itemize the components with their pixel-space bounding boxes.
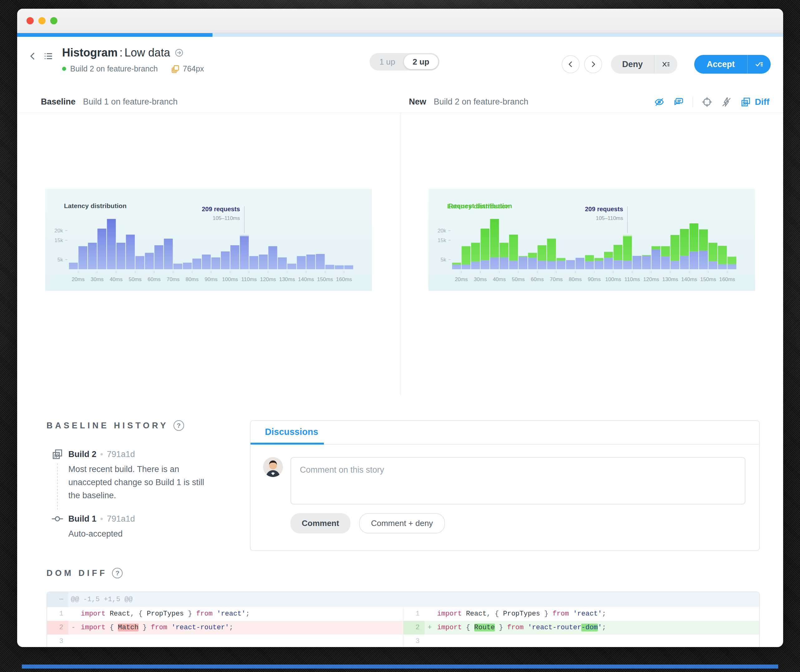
history-build-description: Most recent build. There is an unaccepte… xyxy=(68,463,218,502)
timeline-connector xyxy=(57,463,58,510)
zoom-window-button[interactable] xyxy=(50,17,58,24)
chart-svg: 20k15k5k20ms30ms40ms50ms60ms70ms80ms90ms… xyxy=(429,189,755,291)
build-meta: Build 2 on feature-branch 764px xyxy=(62,64,204,73)
component-name: Histogram xyxy=(62,46,118,59)
next-snapshot-button[interactable] xyxy=(584,55,602,73)
accept-options-button[interactable] xyxy=(747,55,771,74)
window-titlebar xyxy=(17,9,783,33)
one-up-toggle[interactable]: 1 up xyxy=(371,54,404,69)
toolbar-divider xyxy=(693,96,693,108)
svg-text:5k: 5k xyxy=(440,257,446,263)
svg-text:90ms: 90ms xyxy=(587,277,601,282)
diff-code: import React, { PropTypes } from 'react'… xyxy=(435,607,759,621)
diff-toggle-label[interactable]: Diff xyxy=(755,97,770,107)
svg-text:110ms: 110ms xyxy=(242,277,257,282)
history-build-name[interactable]: Build 2 xyxy=(68,450,96,459)
history-build-sha: 791a1d xyxy=(107,514,135,524)
bolt-slash-icon[interactable] xyxy=(721,97,732,107)
diff-layers-icon[interactable] xyxy=(741,97,751,107)
history-build-description: Auto-accepted xyxy=(68,528,218,541)
diff-hunk-header: ⋯@@ -1,5 +1,5 @@ xyxy=(47,592,759,607)
discussions-card: Discussions Comment Comment + deny xyxy=(250,420,760,551)
story-name: Low data xyxy=(125,46,170,59)
diff-code xyxy=(78,635,403,647)
comment-deny-button[interactable]: Comment + deny xyxy=(359,513,445,533)
chevron-left-icon xyxy=(566,60,575,68)
deny-options-button[interactable] xyxy=(654,55,677,74)
commit-icon xyxy=(51,513,63,525)
svg-text:130ms: 130ms xyxy=(279,277,295,282)
title-separator: : xyxy=(120,46,123,59)
svg-text:70ms: 70ms xyxy=(550,277,563,282)
svg-text:40ms: 40ms xyxy=(110,277,123,282)
comments-icon[interactable] xyxy=(673,97,684,107)
baseline-build-label: Build 1 on feature-branch xyxy=(83,97,178,107)
diff-line-number: 3 xyxy=(403,635,425,647)
accept-button[interactable]: Accept xyxy=(694,55,747,74)
svg-text:20k: 20k xyxy=(437,228,446,234)
svg-text:50ms: 50ms xyxy=(512,277,525,282)
close-window-button[interactable] xyxy=(27,17,34,24)
new-label: New xyxy=(409,97,427,107)
chart-svg: 20k15k5k20ms30ms40ms50ms60ms70ms80ms90ms… xyxy=(45,189,372,291)
svg-text:80ms: 80ms xyxy=(569,277,582,282)
svg-text:130ms: 130ms xyxy=(662,277,678,282)
diff-code xyxy=(435,635,759,647)
svg-text:40ms: 40ms xyxy=(493,277,506,282)
svg-text:140ms: 140ms xyxy=(681,277,697,282)
viewport-width-label: 764px xyxy=(183,64,204,73)
open-story-icon[interactable] xyxy=(174,48,184,58)
app-window: Histogram : Low data Build 2 on feature-… xyxy=(17,9,783,647)
diff-line-number: 2 xyxy=(403,621,425,635)
deny-button[interactable]: Deny xyxy=(611,55,654,74)
diff-line-number: 3 xyxy=(47,635,68,647)
deny-button-group: Deny xyxy=(611,55,677,74)
svg-text:140ms: 140ms xyxy=(298,277,314,282)
help-icon[interactable]: ? xyxy=(112,568,123,578)
compare-toolbar: Diff xyxy=(654,96,783,108)
diff-layers-icon xyxy=(51,448,63,460)
svg-text:20ms: 20ms xyxy=(72,277,85,282)
snapshot-list-icon[interactable] xyxy=(43,51,53,61)
dot-separator: • xyxy=(100,450,103,459)
new-screenshot-diff-chart[interactable]: 20k15k5k20ms30ms40ms50ms60ms70ms80ms90ms… xyxy=(429,189,755,291)
baseline-screenshot-chart: 20k15k5k20ms30ms40ms50ms60ms70ms80ms90ms… xyxy=(45,189,372,291)
svg-text:100ms: 100ms xyxy=(605,277,621,282)
svg-text:160ms: 160ms xyxy=(719,277,735,282)
svg-text:60ms: 60ms xyxy=(531,277,544,282)
compare-header: Baseline Build 1 on feature-branch New B… xyxy=(17,91,783,113)
svg-text:30ms: 30ms xyxy=(91,277,104,282)
svg-text:209 requests: 209 requests xyxy=(202,206,240,213)
diff-code: import React, { PropTypes } from 'react'… xyxy=(78,607,403,621)
comment-button[interactable]: Comment xyxy=(291,513,350,533)
progress-fill xyxy=(17,33,213,37)
diff-expand-icon[interactable]: ⋯ xyxy=(47,592,68,607)
svg-text:105–110ms: 105–110ms xyxy=(596,215,623,221)
svg-text:120ms: 120ms xyxy=(260,277,276,282)
accept-button-group: Accept xyxy=(694,55,771,74)
prev-snapshot-button[interactable] xyxy=(562,55,580,73)
svg-text:120ms: 120ms xyxy=(643,277,659,282)
svg-text:90ms: 90ms xyxy=(205,277,218,282)
comment-input[interactable] xyxy=(291,457,746,504)
svg-text:15k: 15k xyxy=(437,237,446,243)
svg-text:20ms: 20ms xyxy=(454,277,468,282)
two-up-toggle[interactable]: 2 up xyxy=(404,54,438,69)
help-icon[interactable]: ? xyxy=(173,420,184,431)
tab-discussions[interactable]: Discussions xyxy=(265,427,318,444)
diff-line-number: 1 xyxy=(47,607,68,621)
minimize-window-button[interactable] xyxy=(38,17,46,24)
eye-off-icon[interactable] xyxy=(654,97,665,107)
svg-text:209 requests: 209 requests xyxy=(585,206,623,213)
svg-text:110ms: 110ms xyxy=(624,277,640,282)
discussions-tabbar: Discussions xyxy=(251,421,759,445)
diff-line: 1import React, { PropTypes } from 'react… xyxy=(47,607,759,621)
target-icon[interactable] xyxy=(702,97,712,107)
bottom-accent-strip xyxy=(22,664,778,669)
back-icon[interactable] xyxy=(28,51,38,61)
diff-line-number: 2 xyxy=(47,621,68,635)
dom-diff-heading: DOM DIFF ? xyxy=(46,568,760,578)
history-build-name[interactable]: Build 1 xyxy=(68,514,96,524)
dom-diff-section: DOM DIFF ? ⋯@@ -1,5 +1,5 @@1import React… xyxy=(17,551,783,647)
svg-text:60ms: 60ms xyxy=(147,277,161,282)
